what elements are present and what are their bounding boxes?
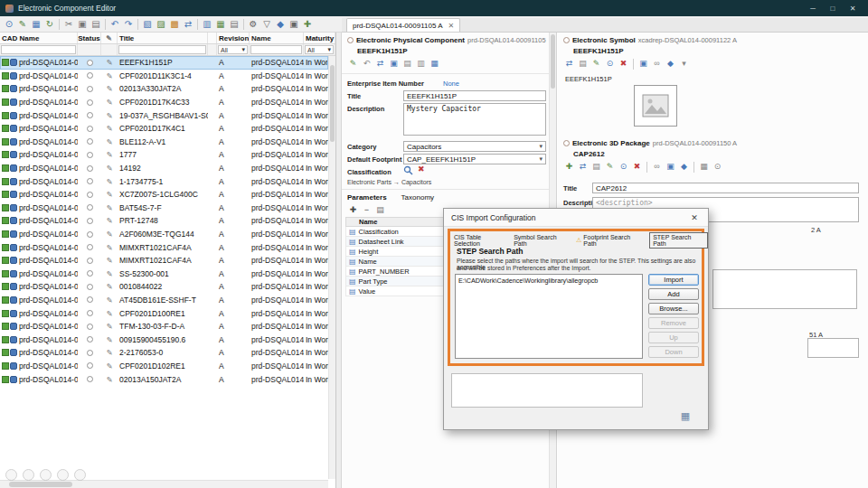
save-icon[interactable]: ▦ bbox=[429, 58, 440, 70]
search-icon[interactable]: ⊙ bbox=[3, 18, 15, 31]
new-window-icon[interactable]: ▣ bbox=[288, 18, 300, 31]
browse--button[interactable]: Browse... bbox=[648, 303, 699, 314]
category-select[interactable]: Capacitors▾ bbox=[403, 141, 546, 152]
link-icon[interactable]: ⇄ bbox=[182, 18, 194, 31]
import-button[interactable]: Import bbox=[648, 274, 699, 286]
link-icon[interactable]: ∞ bbox=[651, 161, 663, 173]
pin-icon[interactable]: ◆ bbox=[274, 18, 287, 31]
component-row[interactable]: prd-DSQAL014-00091...✎CPF0201D17K4C33Apr… bbox=[0, 96, 328, 109]
title-input[interactable]: EEEFK1H151P bbox=[403, 90, 546, 101]
filter-revision-dropdown[interactable]: All▾ bbox=[218, 45, 248, 54]
open-icon[interactable]: ▣ bbox=[637, 58, 649, 70]
floating-tool-button[interactable] bbox=[23, 469, 34, 481]
edit-row-icon[interactable]: ✎ bbox=[101, 228, 118, 241]
refresh-icon[interactable]: ↻ bbox=[43, 18, 56, 31]
component-row[interactable]: prd-DSQAL014-00091...✎EEEFK1H151PAprd-DS… bbox=[0, 56, 328, 70]
edit-icon[interactable]: ✎ bbox=[590, 58, 602, 70]
link-icon[interactable]: ⇄ bbox=[374, 58, 386, 70]
remove-parameter-icon[interactable]: − bbox=[361, 204, 373, 216]
filter-title-input[interactable] bbox=[118, 45, 206, 54]
pin-icon[interactable]: ◆ bbox=[678, 161, 690, 173]
replace-icon[interactable]: ⇄ bbox=[563, 58, 575, 70]
edit-row-icon[interactable]: ✎ bbox=[101, 188, 118, 202]
component-row[interactable]: prd-DSQAL014-00091...✎MIMXRT1021CAF4AApr… bbox=[0, 254, 328, 267]
cut-icon[interactable]: ✂ bbox=[62, 18, 75, 31]
search-path-item[interactable]: E:\CADWork\Cadence\Workinglibrary\allegr… bbox=[456, 275, 642, 286]
copy-icon[interactable]: ▤ bbox=[401, 58, 413, 70]
add-parameter-icon[interactable]: ✚ bbox=[347, 204, 359, 216]
maximize-button[interactable]: □ bbox=[823, 0, 843, 16]
component-row[interactable]: prd-DSQAL014-00091...✎CPF0201D102RE1Aprd… bbox=[0, 360, 328, 373]
col-cad-name[interactable]: CAD Name bbox=[0, 33, 78, 43]
edit-row-icon[interactable]: ✎ bbox=[101, 214, 118, 228]
new-symbol-icon[interactable]: ▧ bbox=[141, 18, 154, 31]
component-row[interactable]: prd-DSQAL014-00091...✎BAT54S-7-FAprd-DSQ… bbox=[0, 202, 328, 215]
col-title[interactable]: Title bbox=[118, 33, 208, 43]
dialog-tab-cis-table-selection[interactable]: CIS Table Selection bbox=[454, 234, 507, 247]
export-config-icon[interactable]: ▦ bbox=[677, 409, 693, 423]
classification-clear-icon[interactable]: ✖ bbox=[418, 164, 425, 174]
paste-icon[interactable]: ▤ bbox=[90, 18, 102, 31]
component-row[interactable]: prd-DSQAL014-00091...✎CPF0201D17K4C1Aprd… bbox=[0, 122, 328, 136]
edit-row-icon[interactable]: ✎ bbox=[101, 202, 118, 215]
component-row[interactable]: prd-DSQAL014-00091...✎A2F060M3E-TQG144Ap… bbox=[0, 228, 328, 241]
classification-search-icon[interactable] bbox=[403, 165, 413, 177]
tab-parameters[interactable]: Parameters bbox=[347, 193, 387, 202]
export-table-icon[interactable]: ▦ bbox=[214, 18, 227, 31]
filter-icon[interactable]: ▽ bbox=[260, 18, 273, 31]
scrollbar-thumb[interactable] bbox=[551, 34, 555, 89]
search-icon[interactable]: ⊙ bbox=[712, 161, 723, 173]
floating-tool-button[interactable] bbox=[5, 469, 17, 481]
edit-row-icon[interactable]: ✎ bbox=[101, 108, 118, 122]
attach-icon[interactable]: ◆ bbox=[665, 58, 676, 70]
edit-row-icon[interactable]: ✎ bbox=[101, 280, 118, 294]
document-tab[interactable]: prd-DSQAL014-00091105 A ✕ bbox=[346, 18, 460, 32]
component-row[interactable]: prd-DSQAL014-00091...✎14192Aprd-DSQAL014… bbox=[0, 162, 328, 175]
close-button[interactable]: ✕ bbox=[843, 0, 863, 16]
edit-row-icon[interactable]: ✎ bbox=[101, 136, 118, 149]
zoom-icon[interactable]: ⊙ bbox=[618, 161, 629, 173]
edit-row-icon[interactable]: ✎ bbox=[101, 294, 118, 307]
component-row[interactable]: prd-DSQAL014-00091...✎02013A330JAT2AAprd… bbox=[0, 82, 328, 96]
component-row[interactable]: prd-DSQAL014-00091...✎XC7Z007S-1CLG400CA… bbox=[0, 188, 328, 202]
zoom-icon[interactable]: ⊙ bbox=[604, 58, 616, 70]
component-row[interactable]: prd-DSQAL014-00091...✎02013A150JAT2AAprd… bbox=[0, 372, 328, 386]
package-title-input[interactable]: CAP2612 bbox=[592, 183, 859, 193]
symbol-preview-image[interactable] bbox=[634, 85, 677, 127]
edit-row-icon[interactable]: ✎ bbox=[101, 360, 118, 373]
revert-icon[interactable]: ↶ bbox=[361, 58, 373, 70]
dialog-tab-symbol-search-path[interactable]: Symbol Search Path bbox=[514, 234, 570, 247]
filter-cad-name-input[interactable] bbox=[1, 45, 76, 54]
edit-icon[interactable]: ✎ bbox=[604, 161, 616, 173]
edit-row-icon[interactable]: ✎ bbox=[101, 240, 118, 254]
component-row[interactable]: prd-DSQAL014-00091...✎TFM-130-03-F-D-AAp… bbox=[0, 320, 328, 333]
dialog-tab-step-search-path[interactable]: STEP Search Path bbox=[649, 232, 708, 249]
copy-icon[interactable]: ▣ bbox=[76, 18, 89, 31]
edit-row-icon[interactable]: ✎ bbox=[101, 162, 118, 175]
search-path-listbox[interactable]: E:\CADWork\Cadence\Workinglibrary\allegr… bbox=[455, 274, 643, 359]
duplicate-icon[interactable]: ▥ bbox=[415, 58, 427, 70]
component-row[interactable]: prd-DSQAL014-00091...✎AT45DB161E-SSHF-TA… bbox=[0, 294, 328, 307]
expand-icon[interactable]: ▾ bbox=[678, 58, 690, 70]
help-icon[interactable]: ✚ bbox=[301, 18, 314, 31]
col-edit-icon[interactable]: ✎ bbox=[101, 33, 118, 43]
hidden-section-field[interactable] bbox=[712, 269, 857, 309]
tab-taxonomy[interactable]: Taxonomy bbox=[401, 193, 434, 202]
edit-row-icon[interactable]: ✎ bbox=[101, 122, 118, 136]
new-package-icon[interactable]: ▩ bbox=[168, 18, 181, 31]
minimize-button[interactable]: ─ bbox=[803, 0, 823, 16]
edit-row-icon[interactable]: ✎ bbox=[101, 333, 118, 346]
dialog-tab-footprint-search-path[interactable]: ⚠Footprint Search Path bbox=[576, 234, 643, 247]
component-row[interactable]: prd-DSQAL014-00091...✎1-1734775-1Aprd-DS… bbox=[0, 174, 328, 188]
component-row[interactable]: prd-DSQAL014-00091...✎19-037A_RSGHB4AV1-… bbox=[0, 108, 328, 122]
edit-row-icon[interactable]: ✎ bbox=[101, 174, 118, 188]
remove-button[interactable]: Remove bbox=[648, 317, 699, 329]
edit-row-icon[interactable]: ✎ bbox=[101, 372, 118, 386]
component-row[interactable]: prd-DSQAL014-00091...✎1777Aprd-DSQAL014-… bbox=[0, 148, 328, 162]
component-row[interactable]: prd-DSQAL014-00091...✎BLE112-A-V1Aprd-DS… bbox=[0, 136, 328, 149]
scrollbar-thumb[interactable] bbox=[9, 482, 72, 487]
col-name[interactable]: Name bbox=[250, 33, 304, 43]
filter-name-input[interactable] bbox=[250, 45, 302, 54]
copy-icon[interactable]: ▤ bbox=[590, 161, 602, 173]
add-button[interactable]: Add bbox=[648, 288, 699, 300]
